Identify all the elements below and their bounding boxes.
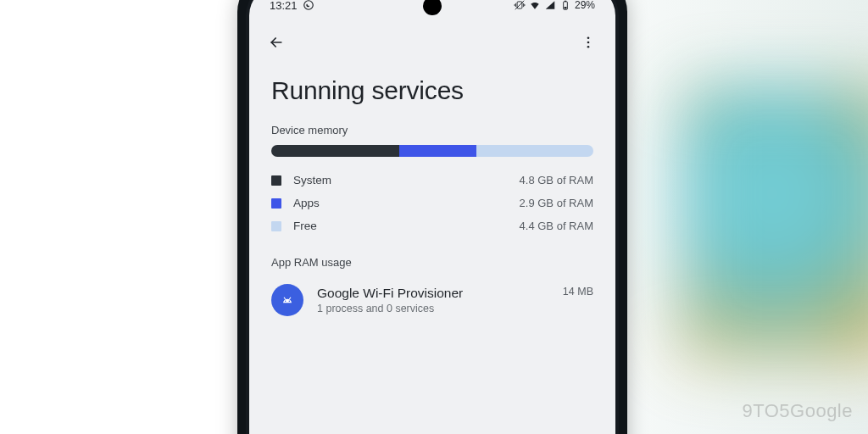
battery-icon bbox=[559, 0, 571, 11]
back-button[interactable] bbox=[264, 31, 288, 54]
svg-point-6 bbox=[587, 36, 590, 39]
memory-usage-bar bbox=[271, 145, 593, 157]
overflow-menu-button[interactable] bbox=[576, 31, 600, 54]
device-memory-label: Device memory bbox=[249, 124, 615, 145]
svg-rect-4 bbox=[565, 1, 566, 2]
background-blur bbox=[682, 85, 868, 356]
legend-row-free: Free 4.4 GB of RAM bbox=[271, 214, 593, 237]
legend-name: System bbox=[293, 174, 520, 186]
whatsapp-icon bbox=[303, 0, 314, 11]
page-title: Running services bbox=[249, 61, 615, 124]
svg-line-11 bbox=[284, 298, 285, 299]
app-ram-size: 14 MB bbox=[563, 286, 593, 298]
watermark-text: 9TO5Google bbox=[742, 400, 853, 422]
status-time: 13:21 bbox=[270, 0, 298, 12]
legend-value: 4.8 GB of RAM bbox=[520, 174, 593, 186]
svg-rect-5 bbox=[565, 7, 567, 8]
svg-line-12 bbox=[290, 298, 291, 299]
svg-point-9 bbox=[285, 301, 287, 303]
signal-icon bbox=[544, 0, 556, 11]
battery-percent: 29% bbox=[575, 0, 595, 11]
svg-point-0 bbox=[303, 1, 313, 10]
memory-segment-apps bbox=[399, 145, 476, 157]
memory-segment-system bbox=[271, 145, 399, 157]
wifi-icon bbox=[529, 0, 541, 11]
legend-swatch-system bbox=[271, 175, 281, 186]
svg-point-8 bbox=[587, 46, 590, 48]
legend-row-system: System 4.8 GB of RAM bbox=[271, 169, 593, 192]
legend-value: 2.9 GB of RAM bbox=[520, 197, 593, 209]
android-app-icon bbox=[271, 284, 303, 316]
svg-point-7 bbox=[587, 42, 590, 44]
app-name: Google Wi-Fi Provisioner bbox=[317, 286, 563, 301]
legend-row-apps: Apps 2.9 GB of RAM bbox=[271, 192, 593, 214]
app-row-google-wifi-provisioner[interactable]: Google Wi-Fi Provisioner 1 process and 0… bbox=[249, 279, 615, 321]
app-text-block: Google Wi-Fi Provisioner 1 process and 0… bbox=[317, 286, 563, 314]
legend-name: Apps bbox=[293, 197, 520, 209]
legend-name: Free bbox=[293, 220, 520, 232]
legend-value: 4.4 GB of RAM bbox=[520, 220, 593, 232]
legend-swatch-free bbox=[271, 221, 281, 231]
phone-screen: 13:21 bbox=[249, 0, 615, 434]
memory-legend: System 4.8 GB of RAM Apps 2.9 GB of RAM … bbox=[249, 169, 615, 237]
memory-segment-free bbox=[476, 145, 593, 157]
app-subtitle: 1 process and 0 services bbox=[317, 303, 563, 314]
app-ram-usage-label: App RAM usage bbox=[249, 237, 615, 279]
legend-swatch-apps bbox=[271, 198, 281, 209]
app-bar bbox=[249, 24, 615, 61]
vibrate-icon bbox=[514, 0, 526, 11]
phone-inner-frame: 13:21 bbox=[246, 0, 619, 434]
svg-point-10 bbox=[289, 301, 291, 303]
phone-frame: 13:21 bbox=[237, 0, 627, 434]
